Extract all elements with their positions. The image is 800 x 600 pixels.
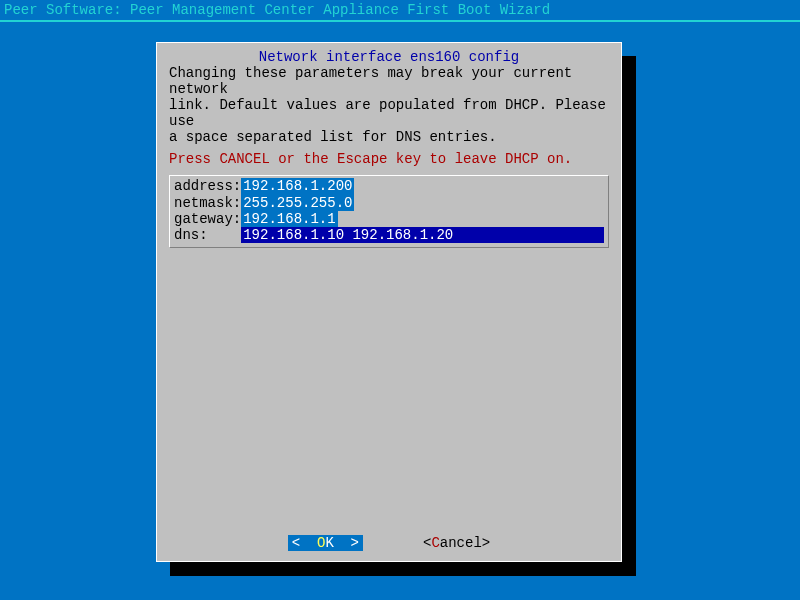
field-row-gateway: gateway: 192.168.1.1 <box>174 211 604 227</box>
dns-value: 192.168.1.10 192.168.1.20 <box>241 227 455 243</box>
dns-label: dns: <box>174 227 241 243</box>
cancel-rest: ancel> <box>440 535 490 551</box>
netmask-input[interactable]: 255.255.255.0 <box>241 195 354 211</box>
app-title: Peer Software: Peer Management Center Ap… <box>0 0 800 22</box>
gateway-input[interactable]: 192.168.1.1 <box>241 211 337 227</box>
ok-rest: K > <box>325 535 359 551</box>
dialog-title: Network interface ens160 config <box>169 49 609 65</box>
address-label: address: <box>174 178 241 194</box>
cancel-hotkey: C <box>431 535 439 551</box>
ok-button[interactable]: < OK > <box>288 535 363 551</box>
dns-input[interactable]: 192.168.1.10 192.168.1.20 <box>241 227 604 243</box>
network-config-dialog: Network interface ens160 config Changing… <box>156 42 622 562</box>
dialog-body-text: Changing these parameters may break your… <box>169 65 609 145</box>
ok-left: < <box>292 535 317 551</box>
netmask-label: netmask: <box>174 195 241 211</box>
field-row-netmask: netmask: 255.255.255.0 <box>174 195 604 211</box>
address-input[interactable]: 192.168.1.200 <box>241 178 354 194</box>
cancel-button[interactable]: <Cancel> <box>423 535 490 551</box>
dialog-warning: Press CANCEL or the Escape key to leave … <box>169 151 609 167</box>
fields-panel: address: 192.168.1.200 netmask: 255.255.… <box>169 175 609 247</box>
gateway-label: gateway: <box>174 211 241 227</box>
dialog-spacer <box>169 248 609 531</box>
button-bar: < OK > <Cancel> <box>169 531 609 553</box>
field-row-address: address: 192.168.1.200 <box>174 178 604 194</box>
field-row-dns: dns: 192.168.1.10 192.168.1.20 <box>174 227 604 243</box>
